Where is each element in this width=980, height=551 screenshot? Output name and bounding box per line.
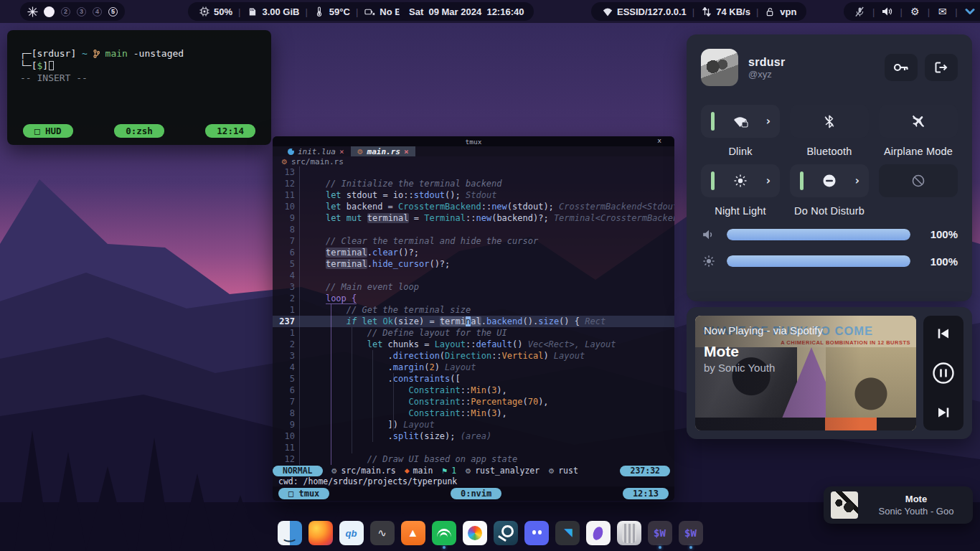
temperature-value: 59°C <box>329 6 350 17</box>
wifi-stat[interactable]: ESSID/127.0.0.1 <box>601 6 687 18</box>
tmux-statusbar: □ tmux 0:nvim 12:13 <box>273 486 674 501</box>
settings-gear-icon[interactable]: ⚙ <box>909 6 921 18</box>
control-center: srdusr @xyz ›DlinkBluetoothAirplane Mode… <box>687 34 972 439</box>
code-line: 4 .margin(2) Layout <box>273 362 674 373</box>
window-close-button[interactable]: x <box>657 136 661 144</box>
logout-icon <box>935 62 948 73</box>
workspace-1[interactable] <box>44 6 55 17</box>
toggle-dlink[interactable]: › <box>701 105 780 138</box>
volume-icon[interactable] <box>881 6 893 18</box>
code-line: 11 let stdout = io::stdout(); Stdout <box>273 189 674 201</box>
toggle-airplane-mode[interactable] <box>879 105 958 138</box>
media-notification[interactable]: Mote Sonic Youth - Goo <box>824 486 973 524</box>
dock-firefox[interactable] <box>308 521 333 548</box>
dock-trash[interactable] <box>617 521 641 548</box>
gear-icon: ⚙ <box>465 467 471 475</box>
running-indicator <box>443 546 446 549</box>
prompt-line-2: └─[$] <box>20 60 261 72</box>
media-controls <box>923 316 963 430</box>
chevron-right-icon[interactable]: › <box>766 174 771 187</box>
vscode-icon <box>555 521 580 545</box>
volume-slider[interactable] <box>727 229 910 240</box>
bufferline: init.lua × ⚙ main.rs × <box>273 146 674 156</box>
brightness-slider[interactable] <box>727 255 910 267</box>
dock-photos[interactable] <box>463 521 487 548</box>
previous-track-button[interactable] <box>936 327 951 340</box>
dock-vlc[interactable] <box>401 521 425 548</box>
winbar: ⚙ src/main.rs <box>273 156 674 166</box>
speed-value: 74 KB/s <box>716 6 750 17</box>
mail-icon[interactable]: ✉ <box>936 6 948 18</box>
launcher-logo-icon[interactable] <box>27 6 38 18</box>
code-line: 2 let chunks = Layout::default() Vec<Rec… <box>273 339 674 350</box>
winbar-path: src/main.rs <box>291 157 344 166</box>
toggle-label: Night Light <box>715 197 766 224</box>
toggle-night-light[interactable]: › <box>701 164 780 197</box>
toggle-bluetooth[interactable] <box>790 105 869 138</box>
lua-icon <box>288 149 294 155</box>
rust-icon: ⚙ <box>548 467 555 475</box>
chevron-right-icon[interactable]: › <box>766 115 771 128</box>
tab-close-icon[interactable]: × <box>339 147 344 156</box>
dock-file-manager[interactable] <box>278 521 302 548</box>
workspace-4[interactable]: 4 <box>93 7 102 17</box>
logout-button[interactable] <box>925 54 958 81</box>
tab-init-lua[interactable]: init.lua × <box>281 146 351 156</box>
workspace-3[interactable]: 3 <box>77 7 86 17</box>
chevron-down-icon[interactable] <box>964 6 976 18</box>
code-line: 7 // Clear the terminal and hide the cur… <box>273 235 674 247</box>
code-line: 8 Constraint::Min(3), <box>273 408 674 419</box>
user-name: srdusr <box>748 56 786 69</box>
toggle-label: Airplane Mode <box>884 138 953 164</box>
cpu-icon <box>198 6 210 18</box>
code-line: 6 terminal.clear()?; <box>273 247 674 258</box>
album-art: SHAPE OF PUNK TO COME A CHIMERICAL BOMBI… <box>695 316 916 430</box>
dock-discord[interactable] <box>524 521 549 548</box>
tmux-window[interactable]: tmux x init.lua × ⚙ main.rs × ⚙ src/main… <box>273 136 674 501</box>
avatar <box>701 49 738 86</box>
mic-muted-icon[interactable] <box>854 6 866 18</box>
workspace-2[interactable]: 2 <box>61 7 70 17</box>
code-editor[interactable]: 1312 // Initialize the terminal backend1… <box>273 166 674 465</box>
dock-design-app[interactable] <box>586 521 611 548</box>
window-titlebar[interactable]: tmux x <box>273 136 674 146</box>
position-pill: 237:32 <box>620 466 670 476</box>
pause-button[interactable] <box>932 362 955 385</box>
code-line: 6 Constraint::Min(3), <box>273 385 674 396</box>
tmux-window-pill[interactable]: 0:nvim <box>451 488 501 499</box>
code-line: 4 <box>273 270 674 281</box>
vpn-stat[interactable]: vpn <box>764 6 796 18</box>
traffic-stat: 74 KB/s <box>700 6 750 18</box>
nvim-statusline: NORMAL ⚙src/main.rs ◆main ⚑1 ⚙rust_analy… <box>273 465 674 476</box>
code-line: 5 .constraints([ <box>273 373 674 385</box>
tab-main-rs[interactable]: ⚙ main.rs × <box>351 146 415 156</box>
dock-steam[interactable] <box>494 521 518 548</box>
toggle-empty-slot[interactable] <box>879 164 958 197</box>
next-track-button[interactable] <box>936 406 951 419</box>
dock-sw-app-1[interactable]: $W <box>648 521 672 548</box>
code-line: 8 <box>273 224 674 235</box>
toggle-do-not-disturb[interactable]: › <box>790 164 869 197</box>
workspace-5[interactable]: 5 <box>108 7 118 17</box>
tab-label: main.rs <box>367 147 400 156</box>
dock-sw-app-2[interactable]: $W <box>679 521 703 548</box>
tmux-session-pill[interactable]: □ tmux <box>278 488 329 499</box>
tmux-session-pill[interactable]: □ HUD <box>23 124 73 138</box>
chevron-right-icon[interactable]: › <box>855 174 859 187</box>
code-line: 3 // Main event loop <box>273 281 674 293</box>
dock-media-app[interactable] <box>370 521 395 548</box>
code-line: 9 ]) Layout <box>273 419 674 430</box>
workspace-switcher: 2345 <box>20 2 125 21</box>
dock-vscode[interactable] <box>555 521 580 548</box>
tab-label: init.lua <box>298 147 336 156</box>
clock[interactable]: Sat 09 Mar 2024 12:16:40 <box>399 2 534 21</box>
tab-close-icon[interactable]: × <box>404 147 409 156</box>
code-line: 10 .split(size); (area) <box>273 430 674 442</box>
terminal-window[interactable]: ┌─[srdusr] ~ main -unstaged └─[$] -- INS… <box>7 30 271 145</box>
dock-qbittorrent[interactable] <box>339 521 364 548</box>
dnd-icon <box>822 174 837 188</box>
tmux-window-pill[interactable]: 0:zsh <box>114 124 164 138</box>
dock-spotify[interactable] <box>432 521 456 548</box>
lock-keys-button[interactable] <box>885 54 918 81</box>
speaker-icon <box>701 229 717 240</box>
